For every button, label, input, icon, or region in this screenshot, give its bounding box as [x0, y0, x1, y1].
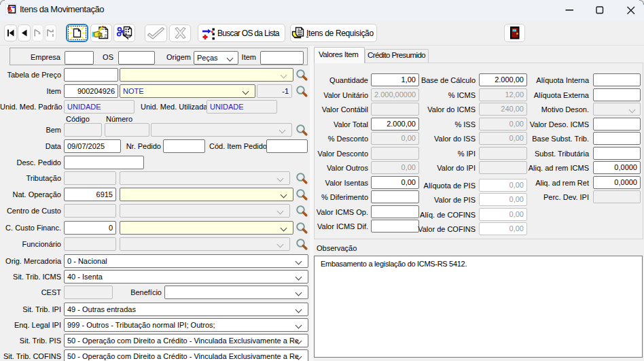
svg-text:$: $ [8, 4, 13, 14]
